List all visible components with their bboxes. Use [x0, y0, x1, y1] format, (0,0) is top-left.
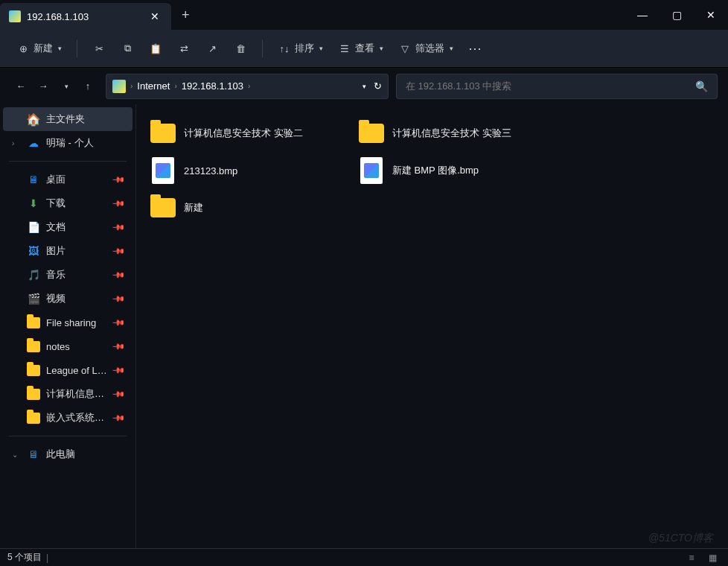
sidebar-item-label: 主文件夹 — [46, 112, 124, 126]
sidebar-item[interactable]: File sharing📌 — [3, 311, 132, 334]
sidebar-item[interactable]: 嵌入式系统应用📌 — [3, 406, 132, 430]
rename-button[interactable]: ⇄ — [171, 37, 197, 60]
view-icon: ☰ — [338, 42, 351, 55]
sidebar-onedrive[interactable]: › ☁ 明瑞 - 个人 — [3, 131, 132, 155]
up-button[interactable]: ↑ — [77, 76, 98, 97]
search-icon[interactable]: 🔍 — [695, 80, 708, 92]
folder-icon — [27, 316, 40, 329]
sidebar-item[interactable]: 🖥桌面📌 — [3, 168, 132, 191]
copy-button[interactable]: ⧉ — [115, 37, 140, 60]
filter-button[interactable]: ▽ 筛选器 ▾ — [392, 37, 459, 60]
expand-icon[interactable]: › — [12, 139, 21, 147]
separator — [262, 39, 263, 57]
file-item[interactable]: 计算机信息安全技术 实验二 — [142, 116, 351, 150]
sidebar-item[interactable]: 🎬视频📌 — [3, 287, 132, 311]
icons-view-button[interactable]: ▦ — [704, 551, 721, 565]
window-tab[interactable]: 192.168.1.103 ✕ — [0, 3, 171, 30]
file-item[interactable]: 213123.bmp — [142, 153, 351, 188]
trash-icon: 🗑 — [234, 42, 247, 55]
maximize-button[interactable]: ▢ — [660, 0, 694, 30]
sidebar-this-pc[interactable]: ⌄ 🖥 此电脑 — [3, 442, 132, 466]
sidebar-item[interactable]: ⬇下载📌 — [3, 191, 132, 215]
close-button[interactable]: ✕ — [694, 0, 728, 30]
sidebar-item-label: 音乐 — [46, 268, 107, 282]
file-name: 213123.bmp — [184, 165, 237, 177]
pin-icon: 📌 — [111, 244, 125, 258]
item-count: 5 个项目 — [7, 551, 42, 564]
chevron-right-icon: › — [174, 82, 176, 90]
view-label: 查看 — [355, 42, 374, 55]
breadcrumb-segment[interactable]: Internet — [137, 80, 170, 92]
bmp-file-icon — [358, 157, 385, 184]
tab-folder-icon — [9, 10, 21, 22]
copy-icon: ⧉ — [121, 42, 134, 55]
plus-circle-icon: ⊕ — [16, 42, 30, 55]
cut-icon: ✂ — [92, 42, 106, 55]
sort-label: 排序 — [295, 42, 314, 55]
tab-close-icon[interactable]: ✕ — [147, 10, 162, 22]
status-separator: | — [46, 553, 48, 563]
file-item[interactable]: 计算机信息安全技术 实验三 — [351, 116, 559, 150]
share-icon: ↗ — [205, 42, 219, 55]
search-box[interactable]: 🔍 — [396, 74, 718, 99]
sort-icon: ↑↓ — [278, 42, 291, 55]
sidebar-home[interactable]: 🏠 主文件夹 — [3, 107, 132, 131]
address-bar[interactable]: › Internet › 192.168.1.103 › ▾ ↻ — [106, 74, 389, 99]
sidebar-item-label: 计算机信息安全 — [46, 387, 107, 401]
chevron-right-icon: › — [248, 82, 250, 90]
sidebar-item[interactable]: 🎵音乐📌 — [3, 263, 132, 287]
search-input[interactable] — [406, 80, 695, 92]
forward-button[interactable]: → — [33, 76, 54, 97]
chevron-down-icon: ▾ — [319, 45, 323, 52]
pin-icon: 📌 — [111, 267, 125, 282]
cloud-icon: ☁ — [27, 136, 40, 150]
sidebar-item-label: 视频 — [46, 292, 107, 305]
file-item[interactable]: 新建 BMP 图像.bmp — [351, 153, 559, 188]
pin-icon: 📌 — [111, 387, 125, 401]
delete-button[interactable]: 🗑 — [228, 37, 253, 60]
navigation-bar: ← → ▾ ↑ › Internet › 192.168.1.103 › ▾ ↻… — [0, 67, 728, 104]
sidebar-item[interactable]: League of Leg📌 — [3, 358, 132, 382]
sidebar-item[interactable]: notes📌 — [3, 334, 132, 358]
file-item[interactable]: 新建 — [142, 191, 351, 225]
chevron-down-icon[interactable]: ⌄ — [12, 451, 21, 459]
cut-button[interactable]: ✂ — [86, 37, 112, 60]
address-dropdown-icon[interactable]: ▾ — [363, 83, 366, 90]
refresh-button[interactable]: ↻ — [374, 80, 382, 92]
more-button[interactable]: ⋯ — [462, 36, 489, 61]
details-view-button[interactable]: ≡ — [683, 551, 700, 565]
bmp-file-icon — [150, 157, 176, 184]
pin-icon: 📌 — [111, 172, 125, 186]
file-name: 计算机信息安全技术 实验三 — [392, 127, 511, 140]
rename-icon: ⇄ — [177, 42, 191, 55]
sidebar-item-label: notes — [46, 341, 107, 352]
document-icon: 📄 — [27, 220, 40, 234]
back-button[interactable]: ← — [10, 76, 31, 97]
share-button[interactable]: ↗ — [199, 37, 225, 60]
pin-icon: 📌 — [111, 196, 125, 210]
breadcrumb-segment[interactable]: 192.168.1.103 — [182, 80, 243, 92]
video-icon: 🎬 — [27, 292, 40, 305]
file-grid[interactable]: 计算机信息安全技术 实验二计算机信息安全技术 实验三213123.bmp新建 B… — [135, 104, 728, 548]
new-tab-button[interactable]: + — [171, 7, 200, 23]
body: 🏠 主文件夹 › ☁ 明瑞 - 个人 🖥桌面📌⬇下载📌📄文档📌🖼图片📌🎵音乐📌🎬… — [0, 104, 728, 548]
sort-button[interactable]: ↑↓ 排序 ▾ — [272, 37, 329, 60]
sidebar-item[interactable]: 计算机信息安全📌 — [3, 382, 132, 406]
new-button[interactable]: ⊕ 新建 ▾ — [10, 37, 68, 60]
paste-button[interactable]: 📋 — [143, 37, 168, 60]
pin-icon: 📌 — [111, 291, 125, 305]
view-button[interactable]: ☰ 查看 ▾ — [332, 37, 389, 60]
sidebar: 🏠 主文件夹 › ☁ 明瑞 - 个人 🖥桌面📌⬇下载📌📄文档📌🖼图片📌🎵音乐📌🎬… — [0, 104, 135, 548]
minimize-button[interactable]: — — [625, 0, 660, 30]
sidebar-item[interactable]: 🖼图片📌 — [3, 239, 132, 263]
recent-button[interactable]: ▾ — [55, 76, 76, 97]
sidebar-item[interactable]: 📄文档📌 — [3, 215, 132, 239]
paste-icon: 📋 — [149, 42, 162, 55]
folder-icon — [27, 387, 40, 401]
separator — [77, 39, 77, 57]
pin-icon: 📌 — [111, 315, 125, 329]
file-name: 新建 BMP 图像.bmp — [392, 164, 479, 177]
chevron-down-icon: ▾ — [450, 45, 453, 52]
pin-icon: 📌 — [111, 220, 125, 234]
pin-icon: 📌 — [111, 363, 125, 377]
